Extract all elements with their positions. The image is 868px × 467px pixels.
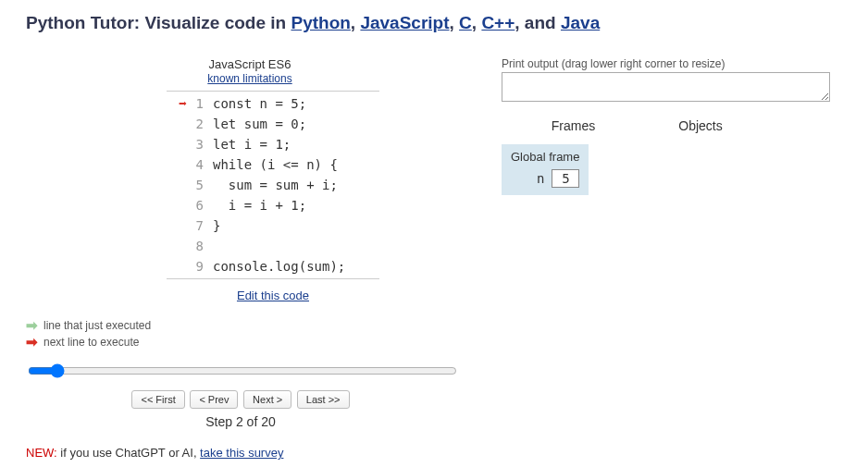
known-limitations-link[interactable]: known limitations bbox=[207, 72, 291, 85]
lang-link-cpp[interactable]: C++ bbox=[481, 13, 515, 32]
new-label: NEW: bbox=[26, 446, 57, 460]
code-text: while (i <= n) { bbox=[213, 157, 338, 172]
code-line: 2let sum = 0; bbox=[167, 114, 379, 134]
frames-header: Frames Objects bbox=[502, 118, 868, 133]
global-frame-title: Global frame bbox=[511, 150, 579, 164]
code-line: 3let i = 1; bbox=[167, 134, 379, 154]
code-text: console.log(sum); bbox=[213, 259, 345, 274]
variable-name: n bbox=[537, 171, 544, 186]
lang-link-javascript[interactable]: JavaScript bbox=[360, 13, 449, 32]
variable-value: 5 bbox=[552, 169, 579, 188]
code-line: ➡1const n = 5; bbox=[167, 93, 379, 114]
code-line: 4while (i <= n) { bbox=[167, 154, 379, 175]
global-frame: Global frame n5 bbox=[502, 144, 589, 195]
arrow-right-red-icon: ➡ bbox=[26, 334, 38, 350]
code-line: 8 bbox=[167, 236, 379, 256]
last-button[interactable]: Last >> bbox=[297, 390, 350, 409]
code-text: sum = sum + i; bbox=[213, 178, 338, 192]
code-listing: ➡1const n = 5;2let sum = 0;3let i = 1;4w… bbox=[167, 91, 379, 279]
next-button[interactable]: Next > bbox=[243, 390, 291, 409]
arrow-right-green-icon: ➡ bbox=[26, 317, 38, 334]
code-text: let i = 1; bbox=[213, 137, 291, 152]
arrow-legend: ➡ line that just executed ➡ next line to… bbox=[26, 317, 481, 350]
line-number: 3 bbox=[187, 137, 204, 152]
legend-next-to-execute: next line to execute bbox=[43, 336, 139, 349]
frame-variable-row: n5 bbox=[511, 169, 579, 188]
nav-buttons: << First < Prev Next > Last >> bbox=[0, 390, 481, 409]
print-output-box[interactable] bbox=[502, 72, 830, 102]
code-line: 9console.log(sum); bbox=[167, 256, 379, 277]
code-line: 7} bbox=[167, 215, 379, 236]
line-number: 7 bbox=[187, 218, 204, 233]
step-status: Step 2 of 20 bbox=[0, 414, 481, 429]
first-button[interactable]: << First bbox=[131, 390, 184, 409]
language-name: JavaScript ES6 bbox=[167, 57, 333, 71]
line-number: 9 bbox=[187, 259, 204, 274]
code-text: const n = 5; bbox=[213, 96, 306, 111]
code-text: } bbox=[213, 218, 220, 233]
step-slider[interactable] bbox=[28, 363, 457, 378]
line-number: 1 bbox=[187, 96, 204, 111]
print-output-label: Print output (drag lower right corner to… bbox=[502, 57, 868, 70]
frames-column-header: Frames bbox=[502, 118, 645, 133]
page-title: Python Tutor: Visualize code in Python, … bbox=[26, 13, 868, 33]
code-line: 6 i = i + 1; bbox=[167, 195, 379, 215]
title-prefix: Python Tutor: Visualize code in bbox=[26, 13, 291, 32]
lang-link-java[interactable]: Java bbox=[561, 13, 600, 32]
lang-link-python[interactable]: Python bbox=[291, 13, 350, 32]
code-line: 5 sum = sum + i; bbox=[167, 175, 379, 195]
line-number: 5 bbox=[187, 178, 204, 192]
line-number: 8 bbox=[187, 239, 204, 253]
survey-link[interactable]: take this survey bbox=[200, 446, 283, 460]
objects-column-header: Objects bbox=[645, 118, 756, 133]
line-number: 2 bbox=[187, 117, 204, 131]
edit-code-link[interactable]: Edit this code bbox=[237, 289, 309, 302]
prev-button[interactable]: < Prev bbox=[190, 390, 238, 409]
line-number: 6 bbox=[187, 198, 204, 213]
line-number: 4 bbox=[187, 157, 204, 172]
legend-just-executed: line that just executed bbox=[43, 319, 151, 332]
code-text: let sum = 0; bbox=[213, 117, 306, 131]
code-text: i = i + 1; bbox=[213, 198, 306, 213]
new-text: if you use ChatGPT or AI, bbox=[57, 446, 200, 460]
arrow-right-red-icon: ➡ bbox=[179, 95, 187, 112]
lang-link-c[interactable]: C bbox=[459, 13, 472, 32]
